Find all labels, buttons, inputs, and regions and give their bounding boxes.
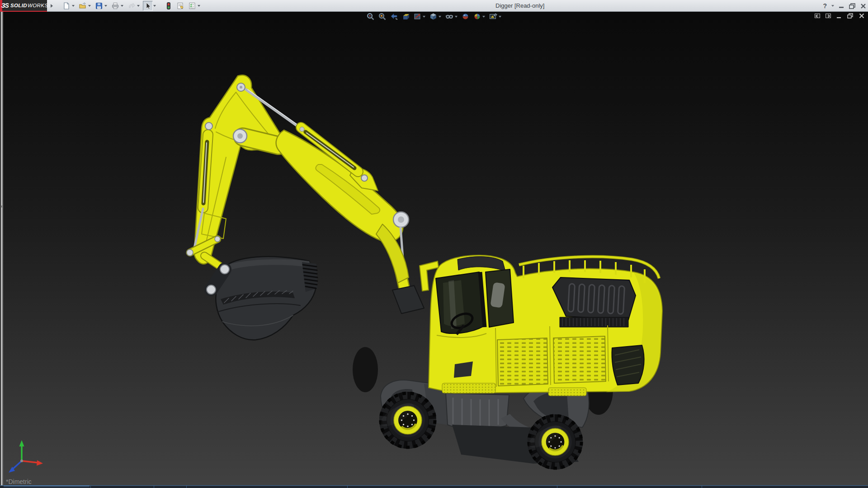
hide-show-items-dropdown-arrow[interactable] (455, 16, 458, 18)
excavator-model[interactable] (187, 75, 662, 469)
section-view-button[interactable] (402, 13, 410, 20)
options-group (187, 1, 202, 11)
new-button-group (61, 1, 76, 11)
cab-step-cutout (454, 361, 473, 378)
title-bar: ЗS SOLID WORKS (0, 0, 868, 12)
taskbar-divider (90, 486, 91, 488)
window-controls: ? (823, 0, 866, 12)
rebuild-button[interactable] (164, 1, 174, 11)
section-view-icon (402, 13, 410, 20)
taskbar-divider (557, 486, 557, 488)
display-style-icon (414, 13, 421, 20)
new-document-button[interactable] (61, 1, 71, 11)
undo-icon (127, 2, 136, 10)
undo-dropdown-arrow[interactable] (137, 5, 140, 7)
previous-view-icon (390, 13, 398, 20)
triad-y-arrow (19, 440, 24, 446)
print-icon (111, 2, 119, 10)
view-orientation-button[interactable] (429, 13, 441, 20)
side-vent-panel-2 (553, 336, 606, 383)
view-settings-dropdown-arrow[interactable] (499, 16, 501, 18)
3d-scene-canvas[interactable] (0, 12, 868, 485)
minimize-button[interactable] (839, 3, 844, 9)
solidworks-logo: ЗS SOLID WORKS (0, 0, 47, 12)
edit-appearance-button[interactable] (462, 13, 469, 20)
zoom-to-fit-icon (367, 13, 374, 20)
view-orientation-dropdown-arrow[interactable] (439, 16, 441, 18)
view-orientation-label: *Dimetric (6, 478, 32, 485)
boom-elbow (376, 212, 424, 314)
help-button[interactable]: ? (823, 3, 827, 9)
doc-close-button[interactable] (859, 13, 864, 19)
apply-scene-icon (473, 13, 481, 20)
undo-button[interactable] (127, 1, 137, 11)
taskbar-active-segment[interactable] (4, 486, 90, 488)
view-orientation-icon (429, 13, 437, 20)
doc-restore-button[interactable] (847, 13, 854, 19)
document-window-controls (815, 13, 864, 19)
chassis-center-box (446, 393, 509, 429)
print-dropdown-arrow[interactable] (121, 5, 123, 7)
save-button[interactable] (94, 1, 104, 11)
rebuild-traffic-light-icon (165, 2, 173, 10)
file-properties-button[interactable] (175, 1, 185, 11)
hide-show-items-button[interactable] (445, 13, 458, 20)
display-style-button[interactable] (414, 13, 425, 20)
solidworks-logo-glyph: ЗS (1, 2, 9, 9)
options-checklist-icon (188, 2, 196, 10)
menu-expand-arrow-icon[interactable] (51, 4, 53, 8)
options-button[interactable] (187, 1, 197, 11)
apply-scene-dropdown-arrow[interactable] (482, 16, 485, 18)
select-button-group (143, 1, 157, 11)
solidworks-logo-light: WORKS (28, 3, 48, 8)
open-button-group (78, 1, 92, 11)
far-wheel-front[interactable] (353, 347, 378, 392)
main-toolbar (61, 0, 203, 11)
hide-show-items-icon (445, 13, 453, 20)
view-settings-button[interactable] (489, 13, 501, 20)
previous-view-button[interactable] (390, 13, 398, 20)
solidworks-logo-bold: SOLID (10, 3, 27, 8)
os-taskbar-edge[interactable] (0, 485, 868, 488)
select-dropdown-arrow[interactable] (153, 5, 156, 7)
3d-viewport[interactable]: *Dimetric (0, 12, 868, 485)
rebuild-button-group (164, 1, 174, 11)
step-strip-rear (548, 388, 586, 396)
pane-toggle-right-icon[interactable] (826, 14, 831, 18)
triad-x-arrow (37, 460, 43, 466)
apply-scene-button[interactable] (473, 13, 485, 20)
side-vent-panel-1 (497, 338, 548, 386)
taskbar-divider (186, 486, 187, 488)
boom-link (243, 137, 278, 145)
new-document-icon (62, 2, 71, 10)
engine-grille-band (560, 317, 628, 327)
save-dropdown-arrow[interactable] (104, 5, 107, 7)
print-button-group (110, 1, 125, 11)
file-properties-group (175, 1, 185, 11)
options-dropdown-arrow[interactable] (198, 5, 200, 7)
open-button[interactable] (78, 1, 88, 11)
zoom-to-area-button[interactable] (378, 13, 386, 20)
select-cursor-icon (144, 2, 152, 10)
splitter-collapse-arrow-icon[interactable] (0, 204, 3, 209)
rear-window (612, 345, 644, 385)
boom-assembly[interactable] (187, 75, 424, 340)
file-properties-icon (176, 2, 184, 10)
print-button[interactable] (110, 1, 120, 11)
new-dropdown-arrow[interactable] (72, 5, 75, 7)
zoom-to-fit-button[interactable] (367, 13, 374, 20)
featuremanager-splitter[interactable] (0, 12, 4, 485)
open-dropdown-arrow[interactable] (88, 5, 91, 7)
zoom-to-area-icon (378, 13, 386, 20)
help-dropdown-arrow[interactable] (831, 5, 834, 7)
close-button[interactable] (860, 3, 866, 9)
restore-button[interactable] (849, 3, 856, 9)
step-strip-front (442, 383, 495, 393)
open-folder-icon (79, 2, 87, 10)
taskbar-divider (702, 486, 702, 488)
taskbar-divider (347, 486, 348, 488)
pane-toggle-left-icon[interactable] (815, 14, 820, 18)
display-style-dropdown-arrow[interactable] (423, 16, 425, 18)
doc-minimize-button[interactable] (836, 14, 842, 19)
select-tool-button[interactable] (143, 1, 153, 11)
